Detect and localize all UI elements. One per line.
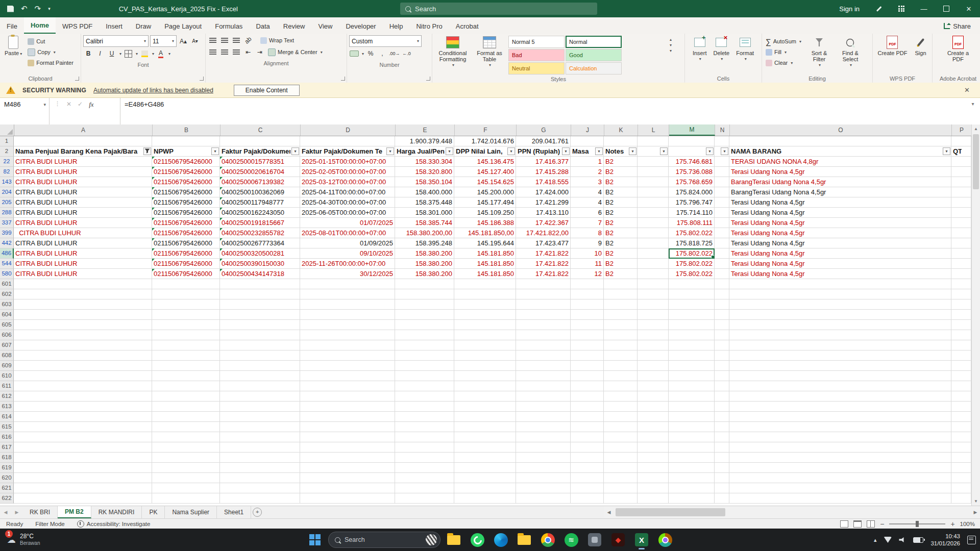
cell-D204[interactable]: 2025-04-11T00:00:00+07:00 xyxy=(300,187,395,197)
format-as-table-button[interactable]: Format as Table▾ xyxy=(473,35,506,69)
tray-chevron-icon[interactable]: ▴ xyxy=(874,537,877,543)
cell-M618[interactable] xyxy=(669,453,715,463)
cell-P615[interactable] xyxy=(951,422,971,432)
page-break-view-icon[interactable] xyxy=(867,520,875,528)
ribbon-tab-formulas[interactable]: Formulas xyxy=(208,18,249,34)
filter-dropdown-icon[interactable]: ▾ xyxy=(706,147,714,155)
cell-G22[interactable]: 17.416.377 xyxy=(516,157,571,167)
cell-A620[interactable] xyxy=(14,473,152,483)
cell-J2[interactable]: Masa▾ xyxy=(571,146,604,157)
cell-G615[interactable] xyxy=(516,422,571,432)
cell-M606[interactable] xyxy=(669,330,715,340)
cell-B622[interactable] xyxy=(152,493,220,504)
cell-L544[interactable] xyxy=(638,259,669,269)
cell-P337[interactable] xyxy=(951,218,971,228)
cell-B606[interactable] xyxy=(152,330,220,340)
cell-E580[interactable]: 158.380.200 xyxy=(395,269,454,279)
cell-D608[interactable] xyxy=(300,350,395,361)
cell-N337[interactable] xyxy=(715,218,729,228)
cell-L442[interactable] xyxy=(638,238,669,248)
cell-N620[interactable] xyxy=(715,473,729,483)
cell-A618[interactable] xyxy=(14,453,152,463)
cell-P621[interactable] xyxy=(951,483,971,493)
column-header-G[interactable]: G xyxy=(517,124,571,136)
cell-M486[interactable]: 175.802.022 xyxy=(669,248,715,259)
cell-A621[interactable] xyxy=(14,483,152,493)
cell-B621[interactable] xyxy=(152,483,220,493)
cell-O618[interactable] xyxy=(729,453,951,463)
cell-K601[interactable] xyxy=(604,279,638,289)
percent-style-icon[interactable]: % xyxy=(365,48,376,59)
inking-icon[interactable] xyxy=(868,0,890,17)
cell-E609[interactable] xyxy=(395,361,454,371)
cell-N22[interactable] xyxy=(715,157,729,167)
cell-F613[interactable] xyxy=(454,402,516,412)
row-header-622[interactable]: 622 xyxy=(0,493,14,504)
align-center-icon[interactable] xyxy=(219,47,230,57)
zoom-out-icon[interactable]: − xyxy=(880,521,884,527)
cell-A143[interactable]: CITRA BUDI LUHUR xyxy=(14,177,152,187)
paste-button[interactable]: Paste▾ xyxy=(2,35,24,58)
cell-F612[interactable] xyxy=(454,391,516,402)
column-header-E[interactable]: E xyxy=(396,124,455,136)
cell-M288[interactable]: 175.714.110 xyxy=(669,208,715,218)
sheet-tab-pk[interactable]: PK xyxy=(142,506,165,518)
cell-A486[interactable]: CITRA BUDI LUHUR xyxy=(14,248,152,259)
cell-K615[interactable] xyxy=(604,422,638,432)
cell-B616[interactable] xyxy=(152,432,220,442)
normal-view-icon[interactable] xyxy=(840,520,848,528)
ribbon-tab-developer[interactable]: Developer xyxy=(339,18,382,34)
cell-O601[interactable] xyxy=(729,279,951,289)
cell-P611[interactable] xyxy=(951,381,971,391)
cell-M609[interactable] xyxy=(669,361,715,371)
cell-F82[interactable]: 145.127.400 xyxy=(454,167,516,177)
weather-widget[interactable]: 1 ☁ 28°C Berawan xyxy=(0,529,47,551)
cell-G442[interactable]: 17.423.477 xyxy=(516,238,571,248)
insert-cells-button[interactable]: Insert▾ xyxy=(690,35,709,63)
cell-E621[interactable] xyxy=(395,483,454,493)
cell-C288[interactable]: 04002500162243050 xyxy=(220,208,300,218)
alignment-dialog-launcher[interactable] xyxy=(341,77,345,81)
cell-E22[interactable]: 158.330.304 xyxy=(395,157,454,167)
cell-P544[interactable] xyxy=(951,259,971,269)
cell-N603[interactable] xyxy=(715,299,729,310)
filter-dropdown-icon[interactable]: ▾ xyxy=(291,147,299,155)
cell-B611[interactable] xyxy=(152,381,220,391)
row-header-82[interactable]: 82 xyxy=(0,167,14,177)
cell-C486[interactable]: 04002500320500281 xyxy=(220,248,300,259)
cell-N82[interactable] xyxy=(715,167,729,177)
chrome-icon[interactable] xyxy=(537,530,558,550)
cell-N2[interactable]: ▾ xyxy=(715,146,729,157)
scroll-right-icon[interactable]: ▶ xyxy=(971,506,980,518)
row-header-610[interactable]: 610 xyxy=(0,371,14,381)
cell-L618[interactable] xyxy=(638,453,669,463)
cell-D544[interactable]: 2025-11-26T00:00:00+07:00 xyxy=(300,259,395,269)
cell-G580[interactable]: 17.421.822 xyxy=(516,269,571,279)
cell-M608[interactable] xyxy=(669,350,715,361)
enable-content-button[interactable]: Enable Content xyxy=(234,85,300,96)
cell-C620[interactable] xyxy=(220,473,300,483)
cell-J601[interactable] xyxy=(571,279,604,289)
cell-K22[interactable]: B2 xyxy=(604,157,638,167)
cell-E399[interactable]: 158.380.200,00 xyxy=(395,228,454,238)
cell-F544[interactable]: 145.181.850 xyxy=(454,259,516,269)
cell-F602[interactable] xyxy=(454,289,516,299)
battery-icon[interactable] xyxy=(913,537,923,543)
cell-N442[interactable] xyxy=(715,238,729,248)
cell-O620[interactable] xyxy=(729,473,951,483)
cell-D399[interactable]: 2025-08-01T00:00:00+07:00 xyxy=(300,228,395,238)
folder-icon[interactable] xyxy=(514,530,534,550)
vertical-scroll-thumb[interactable] xyxy=(973,134,979,189)
share-button[interactable]: Share xyxy=(944,18,971,34)
cell-F615[interactable] xyxy=(454,422,516,432)
cell-P604[interactable] xyxy=(951,310,971,320)
cell-B602[interactable] xyxy=(152,289,220,299)
row-header-620[interactable]: 620 xyxy=(0,473,14,483)
cell-D614[interactable] xyxy=(300,412,395,422)
cell-B544[interactable]: 0211506795426000 xyxy=(152,259,220,269)
italic-button[interactable]: I xyxy=(95,48,105,59)
clipboard-dialog-launcher[interactable] xyxy=(75,77,79,81)
cell-E614[interactable] xyxy=(395,412,454,422)
cell-D602[interactable] xyxy=(300,289,395,299)
cell-M605[interactable] xyxy=(669,320,715,330)
